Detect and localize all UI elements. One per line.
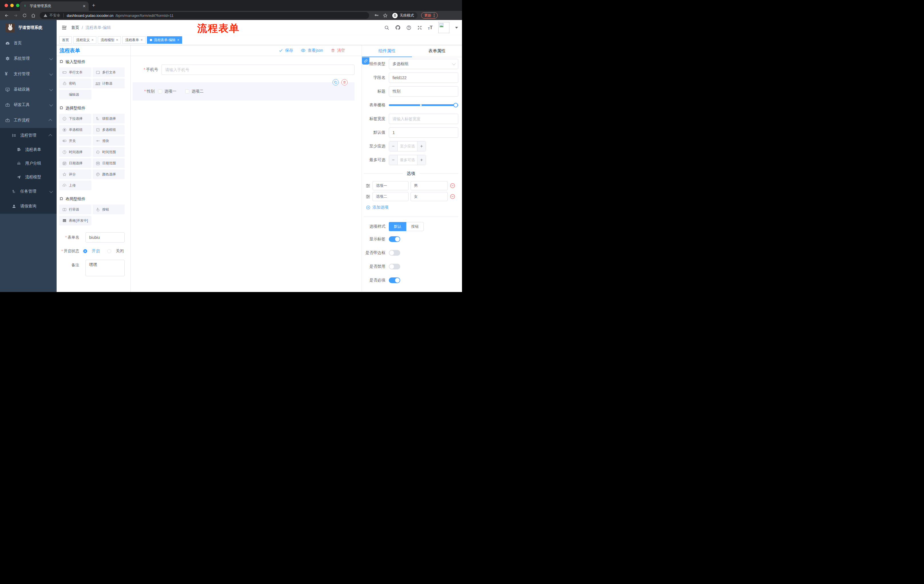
avatar[interactable]	[438, 22, 449, 33]
option-value-input[interactable]	[411, 181, 448, 190]
disabled-toggle[interactable]	[389, 264, 400, 270]
tab-component-props[interactable]: 组件属性	[362, 45, 412, 57]
tag-close-icon[interactable]: ×	[116, 38, 118, 42]
status-off-radio[interactable]	[107, 249, 111, 253]
menu-fold-icon[interactable]	[61, 25, 67, 30]
component-slider[interactable]: 滑块	[92, 136, 125, 146]
min-select-placeholder[interactable]: 至少应选	[398, 141, 417, 151]
sidebar-item-task-mgmt[interactable]: 任务管理	[0, 184, 57, 199]
sidebar-item-home[interactable]: 首页	[0, 35, 57, 51]
phone-field-row[interactable]: *手机号	[133, 64, 355, 75]
form-name-input[interactable]	[86, 232, 125, 243]
sidebar-item-payment[interactable]: ¥ 支付管理	[0, 66, 57, 82]
browser-update-button[interactable]: 更新	[421, 12, 438, 18]
font-size-icon[interactable]: TT	[428, 25, 432, 30]
style-button-button[interactable]: 按钮	[406, 222, 424, 231]
reload-icon[interactable]	[21, 12, 28, 19]
component-editor[interactable]: 编辑器	[59, 90, 91, 99]
link-tag-button[interactable]	[362, 58, 370, 64]
tag-close-icon[interactable]: ×	[141, 38, 143, 42]
copy-component-button[interactable]	[332, 79, 339, 86]
sidebar-item-process-mgmt[interactable]: 流程管理	[0, 128, 57, 143]
phone-input[interactable]	[162, 64, 355, 75]
component-radio-group[interactable]: 单选框组	[59, 125, 91, 135]
component-date-range[interactable]: 日期范围	[92, 158, 125, 168]
breadcrumb-home[interactable]: 首页	[71, 25, 79, 30]
gender-option2-checkbox[interactable]: 选项二	[185, 89, 203, 94]
close-window-button[interactable]	[5, 4, 8, 7]
avatar-caret-icon[interactable]	[455, 27, 458, 29]
label-width-input[interactable]	[389, 114, 458, 124]
tag-process-form[interactable]: 流程表单 ×	[122, 36, 145, 44]
component-upload[interactable]: 上传	[59, 181, 91, 190]
close-tab-icon[interactable]: ✕	[82, 4, 86, 8]
browser-menu-icon[interactable]	[434, 14, 434, 17]
max-select-placeholder[interactable]: 最多可选	[398, 155, 417, 165]
form-grid-slider[interactable]	[389, 104, 458, 106]
with-border-toggle[interactable]	[389, 250, 400, 256]
password-key-icon[interactable]	[374, 13, 379, 18]
tag-home[interactable]: 首页	[59, 36, 72, 44]
help-icon[interactable]	[406, 25, 411, 30]
field-name-input[interactable]	[389, 72, 458, 83]
required-toggle[interactable]	[389, 277, 400, 283]
search-icon[interactable]	[384, 25, 389, 30]
component-textarea[interactable]: 多行文本	[92, 67, 125, 77]
component-color-picker[interactable]: 颜色选择	[92, 169, 125, 179]
add-option-button[interactable]: 添加选项	[366, 205, 458, 210]
component-time-picker[interactable]: 时间选择	[59, 147, 91, 157]
back-icon[interactable]	[3, 12, 11, 19]
component-switch[interactable]: 开关	[59, 136, 91, 146]
sidebar-item-infra[interactable]: 基础设施	[0, 82, 57, 97]
tag-close-icon[interactable]: ×	[91, 38, 94, 42]
incognito-badge[interactable]: 无痕模式	[391, 12, 417, 19]
url-path[interactable]: /bpm/manager/form/edit?formId=11	[116, 13, 173, 18]
tag-process-model[interactable]: 流程模型 ×	[98, 36, 121, 44]
slider-track[interactable]	[389, 104, 458, 106]
checkbox-box[interactable]	[158, 89, 162, 94]
component-cascader[interactable]: 级联选择	[92, 114, 125, 123]
increase-button[interactable]: +	[417, 155, 426, 165]
status-on-label[interactable]: 开启	[92, 248, 100, 254]
decrease-button[interactable]: −	[389, 141, 398, 151]
drag-handle-icon[interactable]	[365, 183, 371, 188]
component-checkbox-group[interactable]: 多选框组	[92, 125, 125, 135]
clear-button[interactable]: 清空	[331, 48, 345, 53]
view-json-button[interactable]: 查看json	[301, 48, 323, 53]
default-value-input[interactable]	[389, 127, 458, 138]
delete-component-button[interactable]	[342, 79, 348, 86]
increase-button[interactable]: +	[417, 141, 426, 151]
status-off-label[interactable]: 关闭	[116, 248, 124, 254]
component-date-picker[interactable]: 日期选择	[59, 158, 91, 168]
style-default-button[interactable]: 默认	[389, 222, 406, 231]
home-icon[interactable]	[30, 12, 37, 19]
maximize-window-button[interactable]	[16, 4, 20, 7]
tag-process-definition[interactable]: 流程定义 ×	[73, 36, 96, 44]
component-single-text[interactable]: 单行文本	[59, 67, 91, 77]
component-time-range[interactable]: 时间范围	[92, 147, 125, 157]
fullscreen-icon[interactable]	[417, 25, 422, 30]
github-icon[interactable]	[395, 25, 401, 30]
sidebar-item-devtools[interactable]: 研发工具	[0, 97, 57, 113]
security-label[interactable]: 不安全	[50, 13, 60, 18]
component-button[interactable]: 按钮	[92, 204, 125, 214]
sidebar-item-user-group[interactable]: 用户分组	[0, 156, 57, 170]
component-counter[interactable]: 123 计数器	[92, 79, 125, 88]
tag-close-icon[interactable]: ×	[177, 38, 179, 42]
tab-form-props[interactable]: 表单属性	[412, 45, 462, 57]
not-secure-warning-icon[interactable]	[43, 13, 48, 17]
title-input[interactable]	[389, 86, 458, 97]
tag-process-form-edit[interactable]: 流程表单-编辑 ×	[147, 36, 182, 44]
gender-option1-checkbox[interactable]: 选项一	[158, 89, 177, 94]
forward-icon[interactable]	[12, 12, 20, 19]
status-on-radio[interactable]	[83, 249, 87, 253]
component-select[interactable]: 下拉选择	[59, 114, 91, 123]
form-remark-textarea[interactable]: 嘿嘿	[86, 260, 125, 276]
component-table[interactable]: 表格[开发中]	[59, 216, 91, 225]
remove-option-button[interactable]	[450, 183, 455, 189]
app-logo-row[interactable]: 芋道管理系统	[0, 20, 57, 35]
gender-field-block-selected[interactable]: *性别 选项一 选项二	[133, 82, 355, 100]
remove-option-button[interactable]	[450, 194, 455, 199]
browser-tab[interactable]: 芋道管理系统 ✕	[20, 2, 89, 11]
option-value-input[interactable]	[411, 192, 448, 201]
